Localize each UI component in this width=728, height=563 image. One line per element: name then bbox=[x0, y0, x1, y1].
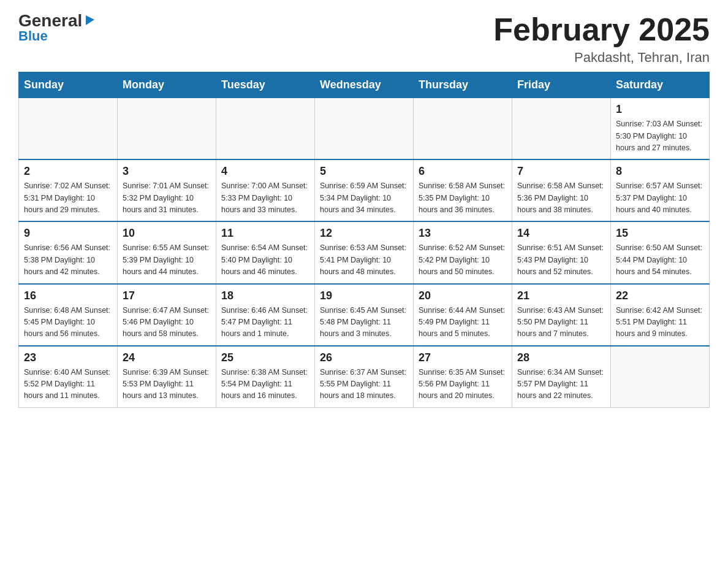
logo-general-text: General bbox=[18, 12, 82, 29]
day-cell: 21Sunrise: 6:43 AM Sunset: 5:50 PM Dayli… bbox=[512, 284, 611, 346]
day-info: Sunrise: 6:58 AM Sunset: 5:36 PM Dayligh… bbox=[517, 180, 605, 216]
day-number: 25 bbox=[221, 351, 309, 364]
day-number: 20 bbox=[419, 289, 507, 302]
day-info: Sunrise: 6:53 AM Sunset: 5:41 PM Dayligh… bbox=[320, 242, 408, 278]
day-cell bbox=[118, 98, 216, 160]
title-section: February 2025 Pakdasht, Tehran, Iran bbox=[493, 12, 710, 66]
week-row-4: 16Sunrise: 6:48 AM Sunset: 5:45 PM Dayli… bbox=[19, 284, 710, 346]
weekday-header-thursday: Thursday bbox=[414, 72, 512, 98]
week-row-2: 2Sunrise: 7:02 AM Sunset: 5:31 PM Daylig… bbox=[19, 159, 710, 221]
day-cell bbox=[216, 98, 315, 160]
day-cell: 5Sunrise: 6:59 AM Sunset: 5:34 PM Daylig… bbox=[315, 159, 414, 221]
day-info: Sunrise: 6:54 AM Sunset: 5:40 PM Dayligh… bbox=[221, 242, 309, 278]
day-cell bbox=[512, 98, 611, 160]
day-number: 17 bbox=[123, 289, 211, 302]
day-info: Sunrise: 7:01 AM Sunset: 5:32 PM Dayligh… bbox=[123, 180, 211, 216]
day-info: Sunrise: 6:55 AM Sunset: 5:39 PM Dayligh… bbox=[123, 242, 211, 278]
day-cell: 16Sunrise: 6:48 AM Sunset: 5:45 PM Dayli… bbox=[19, 284, 118, 346]
day-number: 6 bbox=[419, 165, 507, 178]
day-cell: 14Sunrise: 6:51 AM Sunset: 5:43 PM Dayli… bbox=[512, 221, 611, 283]
day-cell: 11Sunrise: 6:54 AM Sunset: 5:40 PM Dayli… bbox=[216, 221, 315, 283]
day-cell: 26Sunrise: 6:37 AM Sunset: 5:55 PM Dayli… bbox=[315, 346, 414, 408]
day-cell: 8Sunrise: 6:57 AM Sunset: 5:37 PM Daylig… bbox=[611, 159, 710, 221]
month-title: February 2025 bbox=[493, 12, 710, 47]
day-info: Sunrise: 6:59 AM Sunset: 5:34 PM Dayligh… bbox=[320, 180, 408, 216]
day-cell: 10Sunrise: 6:55 AM Sunset: 5:39 PM Dayli… bbox=[118, 221, 216, 283]
day-info: Sunrise: 6:45 AM Sunset: 5:48 PM Dayligh… bbox=[320, 305, 408, 340]
day-info: Sunrise: 6:34 AM Sunset: 5:57 PM Dayligh… bbox=[517, 367, 605, 402]
day-info: Sunrise: 6:52 AM Sunset: 5:42 PM Dayligh… bbox=[419, 242, 507, 278]
weekday-header-saturday: Saturday bbox=[611, 72, 710, 98]
day-info: Sunrise: 6:37 AM Sunset: 5:55 PM Dayligh… bbox=[320, 367, 408, 402]
day-number: 11 bbox=[221, 227, 309, 240]
weekday-header-monday: Monday bbox=[118, 72, 216, 98]
day-cell: 3Sunrise: 7:01 AM Sunset: 5:32 PM Daylig… bbox=[118, 159, 216, 221]
day-number: 28 bbox=[517, 351, 605, 364]
day-info: Sunrise: 6:42 AM Sunset: 5:51 PM Dayligh… bbox=[616, 305, 704, 340]
day-info: Sunrise: 6:40 AM Sunset: 5:52 PM Dayligh… bbox=[24, 367, 112, 402]
day-cell: 1Sunrise: 7:03 AM Sunset: 5:30 PM Daylig… bbox=[611, 98, 710, 160]
day-info: Sunrise: 6:44 AM Sunset: 5:49 PM Dayligh… bbox=[419, 305, 507, 340]
day-cell: 15Sunrise: 6:50 AM Sunset: 5:44 PM Dayli… bbox=[611, 221, 710, 283]
day-info: Sunrise: 6:48 AM Sunset: 5:45 PM Dayligh… bbox=[24, 305, 112, 340]
day-number: 19 bbox=[320, 289, 408, 302]
day-cell: 18Sunrise: 6:46 AM Sunset: 5:47 PM Dayli… bbox=[216, 284, 315, 346]
logo-arrow-icon bbox=[83, 13, 97, 26]
day-info: Sunrise: 6:58 AM Sunset: 5:35 PM Dayligh… bbox=[419, 180, 507, 216]
weekday-header-wednesday: Wednesday bbox=[315, 72, 414, 98]
day-number: 9 bbox=[24, 227, 112, 240]
day-cell bbox=[315, 98, 414, 160]
day-cell: 6Sunrise: 6:58 AM Sunset: 5:35 PM Daylig… bbox=[414, 159, 512, 221]
day-number: 15 bbox=[616, 227, 704, 240]
day-cell: 12Sunrise: 6:53 AM Sunset: 5:41 PM Dayli… bbox=[315, 221, 414, 283]
svg-marker-0 bbox=[86, 15, 94, 25]
day-info: Sunrise: 6:46 AM Sunset: 5:47 PM Dayligh… bbox=[221, 305, 309, 340]
day-number: 1 bbox=[616, 103, 704, 116]
day-cell: 13Sunrise: 6:52 AM Sunset: 5:42 PM Dayli… bbox=[414, 221, 512, 283]
day-cell bbox=[611, 346, 710, 408]
day-number: 2 bbox=[24, 165, 112, 178]
week-row-3: 9Sunrise: 6:56 AM Sunset: 5:38 PM Daylig… bbox=[19, 221, 710, 283]
day-number: 7 bbox=[517, 165, 605, 178]
day-number: 13 bbox=[419, 227, 507, 240]
day-cell: 9Sunrise: 6:56 AM Sunset: 5:38 PM Daylig… bbox=[19, 221, 118, 283]
day-number: 4 bbox=[221, 165, 309, 178]
day-info: Sunrise: 7:02 AM Sunset: 5:31 PM Dayligh… bbox=[24, 180, 112, 216]
day-cell: 22Sunrise: 6:42 AM Sunset: 5:51 PM Dayli… bbox=[611, 284, 710, 346]
day-number: 18 bbox=[221, 289, 309, 302]
day-number: 24 bbox=[123, 351, 211, 364]
logo: General Blue bbox=[18, 12, 97, 44]
day-info: Sunrise: 7:00 AM Sunset: 5:33 PM Dayligh… bbox=[221, 180, 309, 216]
day-number: 22 bbox=[616, 289, 704, 302]
day-info: Sunrise: 6:51 AM Sunset: 5:43 PM Dayligh… bbox=[517, 242, 605, 278]
day-number: 10 bbox=[123, 227, 211, 240]
calendar-table: SundayMondayTuesdayWednesdayThursdayFrid… bbox=[18, 72, 710, 408]
day-cell: 24Sunrise: 6:39 AM Sunset: 5:53 PM Dayli… bbox=[118, 346, 216, 408]
day-number: 26 bbox=[320, 351, 408, 364]
week-row-1: 1Sunrise: 7:03 AM Sunset: 5:30 PM Daylig… bbox=[19, 98, 710, 160]
logo-blue-text: Blue bbox=[18, 28, 48, 44]
day-info: Sunrise: 6:57 AM Sunset: 5:37 PM Dayligh… bbox=[616, 180, 704, 216]
day-number: 27 bbox=[419, 351, 507, 364]
day-info: Sunrise: 6:50 AM Sunset: 5:44 PM Dayligh… bbox=[616, 242, 704, 278]
weekday-header-friday: Friday bbox=[512, 72, 611, 98]
day-info: Sunrise: 7:03 AM Sunset: 5:30 PM Dayligh… bbox=[616, 118, 704, 154]
day-cell: 25Sunrise: 6:38 AM Sunset: 5:54 PM Dayli… bbox=[216, 346, 315, 408]
day-cell: 27Sunrise: 6:35 AM Sunset: 5:56 PM Dayli… bbox=[414, 346, 512, 408]
day-number: 12 bbox=[320, 227, 408, 240]
day-cell: 2Sunrise: 7:02 AM Sunset: 5:31 PM Daylig… bbox=[19, 159, 118, 221]
day-info: Sunrise: 6:39 AM Sunset: 5:53 PM Dayligh… bbox=[123, 367, 211, 402]
day-cell: 7Sunrise: 6:58 AM Sunset: 5:36 PM Daylig… bbox=[512, 159, 611, 221]
day-cell: 23Sunrise: 6:40 AM Sunset: 5:52 PM Dayli… bbox=[19, 346, 118, 408]
day-cell: 17Sunrise: 6:47 AM Sunset: 5:46 PM Dayli… bbox=[118, 284, 216, 346]
week-row-5: 23Sunrise: 6:40 AM Sunset: 5:52 PM Dayli… bbox=[19, 346, 710, 408]
weekday-header-sunday: Sunday bbox=[19, 72, 118, 98]
day-number: 16 bbox=[24, 289, 112, 302]
day-number: 5 bbox=[320, 165, 408, 178]
day-number: 3 bbox=[123, 165, 211, 178]
day-info: Sunrise: 6:56 AM Sunset: 5:38 PM Dayligh… bbox=[24, 242, 112, 278]
day-cell bbox=[19, 98, 118, 160]
day-info: Sunrise: 6:47 AM Sunset: 5:46 PM Dayligh… bbox=[123, 305, 211, 340]
day-cell bbox=[414, 98, 512, 160]
weekday-header-row: SundayMondayTuesdayWednesdayThursdayFrid… bbox=[19, 72, 710, 98]
